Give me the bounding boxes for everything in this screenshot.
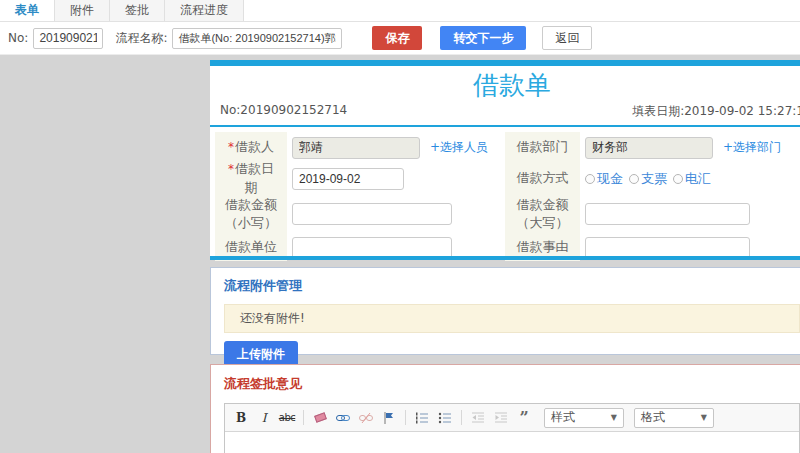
amount-lowercase-value-cell: [287, 194, 505, 234]
chevron-down-icon: ▼: [611, 413, 617, 422]
required-asterisk: *: [228, 162, 234, 176]
form-grid: *借款人 +选择人员 借款部门 +选择部门 *借款日期 借款方式: [210, 127, 800, 261]
loan-date-input[interactable]: [292, 168, 404, 190]
department-value-cell: +选择部门: [580, 132, 800, 163]
required-asterisk: *: [228, 140, 234, 154]
department-label: 借款部门: [505, 132, 580, 163]
flow-name-label: 流程名称:: [115, 30, 167, 47]
flow-name-input[interactable]: [172, 28, 342, 49]
tab-bar: 表单 附件 签批 流程进度: [0, 0, 800, 22]
numbered-list-icon[interactable]: [412, 409, 432, 427]
format-dropdown[interactable]: 格式 ▼: [634, 408, 714, 428]
back-button[interactable]: 返回: [542, 26, 592, 50]
toolbar-separator: [461, 410, 462, 425]
amount-uppercase-value-cell: [580, 194, 800, 234]
radio-circle-icon[interactable]: [585, 174, 595, 184]
blockquote-icon[interactable]: ”: [514, 409, 534, 427]
styles-dropdown[interactable]: 样式 ▼: [544, 408, 624, 428]
bulleted-list-icon[interactable]: [435, 409, 455, 427]
radio-circle-icon[interactable]: [673, 174, 683, 184]
select-person-link[interactable]: +选择人员: [430, 139, 488, 156]
approval-panel: 流程签批意见 B I abc: [210, 364, 800, 453]
remove-format-icon[interactable]: [310, 409, 330, 427]
radio-cash[interactable]: 现金: [585, 170, 623, 188]
borrower-label: *借款人: [215, 132, 287, 163]
loan-method-label: 借款方式: [505, 163, 580, 194]
toolbar-separator: [405, 410, 406, 425]
tab-attachments[interactable]: 附件: [55, 0, 110, 21]
rich-text-editor: B I abc: [224, 403, 800, 453]
forward-next-step-button[interactable]: 转交下一步: [440, 26, 526, 50]
strikethrough-icon[interactable]: abc: [277, 409, 297, 427]
attachments-panel: 流程附件管理 还没有附件! 上传附件: [210, 267, 800, 355]
chevron-down-icon: ▼: [701, 413, 707, 422]
unlink-icon[interactable]: [356, 409, 376, 427]
anchor-flag-icon[interactable]: [379, 409, 399, 427]
select-department-link[interactable]: +选择部门: [723, 139, 781, 156]
no-attachments-message: 还没有附件!: [224, 304, 800, 333]
editor-content-area[interactable]: [225, 432, 799, 453]
amount-lowercase-input[interactable]: [292, 203, 452, 225]
borrower-input[interactable]: [292, 137, 420, 159]
amount-uppercase-input[interactable]: [585, 203, 750, 225]
radio-circle-icon[interactable]: [629, 174, 639, 184]
approval-heading: 流程签批意见: [224, 375, 800, 393]
radio-check[interactable]: 支票: [629, 170, 667, 188]
radio-wire-transfer[interactable]: 电汇: [673, 170, 711, 188]
tab-form[interactable]: 表单: [0, 0, 55, 21]
bold-icon[interactable]: B: [231, 409, 251, 427]
borrower-value-cell: +选择人员: [287, 132, 505, 163]
no-label: No:: [8, 31, 28, 45]
workspace: 借款单 No:20190902152714 填表日期:2019-09-02 15…: [0, 55, 800, 453]
link-icon[interactable]: [333, 409, 353, 427]
tab-progress[interactable]: 流程进度: [165, 0, 244, 21]
form-date-text: 填表日期:2019-09-02 15:27:1: [632, 103, 800, 120]
department-input[interactable]: [585, 137, 713, 159]
form-no-text: No:20190902152714: [220, 103, 347, 120]
toolbar-separator: [303, 410, 304, 425]
amount-uppercase-label: 借款金额（大写）: [505, 194, 580, 234]
amount-lowercase-label: 借款金额（小写）: [215, 194, 287, 234]
form-meta-row: No:20190902152714 填表日期:2019-09-02 15:27:…: [210, 102, 800, 125]
loan-method-value-cell: 现金 支票 电汇: [580, 163, 800, 194]
form-bottom-accent-bar: [210, 256, 800, 260]
form-title: 借款单: [210, 66, 800, 102]
loan-date-label: *借款日期: [215, 163, 287, 194]
italic-icon[interactable]: I: [254, 409, 274, 427]
editor-toolbar: B I abc: [225, 404, 799, 432]
tab-approval[interactable]: 签批: [110, 0, 165, 21]
outdent-icon[interactable]: [468, 409, 488, 427]
attachments-heading: 流程附件管理: [224, 277, 800, 295]
loan-form-panel: 借款单 No:20190902152714 填表日期:2019-09-02 15…: [210, 60, 800, 260]
indent-icon[interactable]: [491, 409, 511, 427]
no-input[interactable]: [33, 28, 103, 49]
save-button[interactable]: 保存: [372, 26, 422, 50]
action-toolbar: No: 流程名称: 保存 转交下一步 返回: [0, 22, 800, 55]
loan-date-value-cell: [287, 163, 505, 194]
